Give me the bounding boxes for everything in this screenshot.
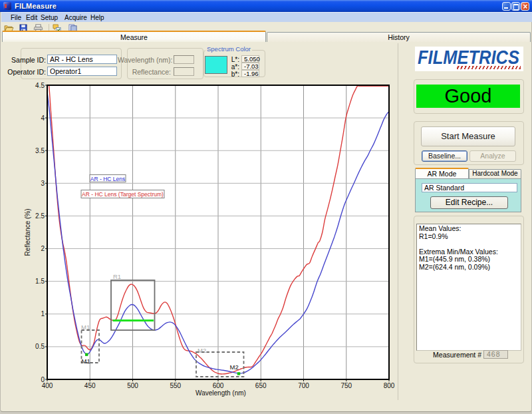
- svg-text:AR - HC Lens: AR - HC Lens: [90, 176, 125, 182]
- svg-text:AR - HC Lens (Target Spectrum): AR - HC Lens (Target Spectrum): [82, 191, 164, 198]
- svg-text:0: 0: [41, 376, 45, 383]
- svg-text:600: 600: [213, 382, 224, 389]
- svg-text:3: 3: [41, 180, 45, 187]
- svg-text:500: 500: [127, 382, 138, 389]
- svg-text:1: 1: [41, 310, 45, 317]
- svg-text:4.5: 4.5: [35, 82, 45, 89]
- svg-text:650: 650: [255, 382, 267, 389]
- svg-text:0.5: 0.5: [35, 343, 45, 350]
- svg-text:R1: R1: [113, 273, 121, 280]
- svg-text:M2: M2: [230, 363, 239, 371]
- svg-text:700: 700: [298, 382, 309, 389]
- svg-text:800: 800: [384, 382, 395, 389]
- svg-text:1.5: 1.5: [35, 278, 45, 285]
- svg-text:750: 750: [340, 382, 352, 389]
- svg-text:450: 450: [84, 382, 96, 389]
- svg-text:Wavelength (nm): Wavelength (nm): [196, 389, 246, 397]
- svg-text:2.5: 2.5: [35, 212, 45, 220]
- svg-text:2: 2: [41, 245, 45, 252]
- svg-text:400: 400: [42, 382, 53, 389]
- svg-text:M1: M1: [82, 357, 90, 365]
- svg-text:3.5: 3.5: [35, 147, 45, 154]
- svg-text:Reflectance (%): Reflectance (%): [24, 208, 31, 256]
- svg-text:4: 4: [41, 114, 45, 122]
- svg-text:550: 550: [170, 382, 181, 389]
